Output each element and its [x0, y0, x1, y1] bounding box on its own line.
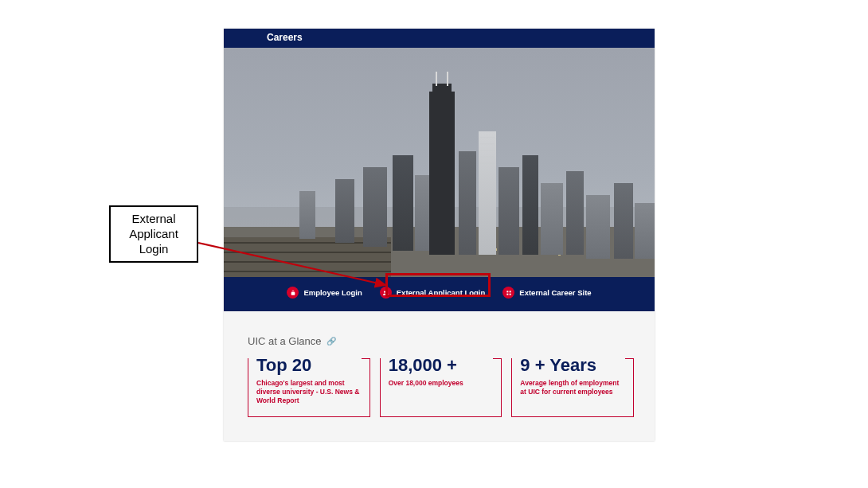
page-title: Careers: [267, 32, 303, 43]
svg-rect-17: [224, 261, 391, 263]
employee-login-label: Employee Login: [303, 288, 362, 297]
svg-rect-16: [224, 252, 391, 253]
svg-rect-22: [393, 155, 413, 251]
svg-point-45: [384, 291, 385, 292]
svg-rect-20: [335, 179, 354, 243]
svg-rect-43: [480, 175, 495, 176]
stat-desc: Chicago's largest and most diverse unive…: [256, 379, 362, 405]
svg-rect-34: [586, 195, 610, 259]
external-applicant-login-button[interactable]: External Applicant Login: [378, 285, 487, 300]
svg-rect-23: [415, 175, 429, 251]
external-career-site-label: External Career Site: [519, 288, 591, 297]
stat-desc: Average length of employment at UIC for …: [520, 379, 625, 396]
svg-rect-26: [436, 72, 437, 86]
grid-icon: [502, 287, 514, 299]
hero-skyline-image: [224, 48, 655, 277]
callout-line2: Applicant: [115, 227, 192, 242]
stat-headline: 9 + Years: [520, 357, 625, 374]
svg-rect-47: [506, 291, 508, 292]
annotation-callout: External Applicant Login: [109, 205, 198, 263]
content-area: UIC at a Glance 🔗 Top 20 Chicago's large…: [224, 311, 655, 441]
link-icon: 🔗: [326, 337, 336, 346]
users-icon: [380, 287, 392, 299]
glance-heading-text: UIC at a Glance: [248, 335, 322, 347]
login-nav-bar: Employee Login External Applicant Login …: [224, 277, 655, 311]
svg-rect-36: [635, 203, 655, 259]
svg-point-46: [386, 291, 388, 293]
svg-rect-49: [506, 293, 508, 295]
svg-rect-42: [480, 169, 495, 170]
svg-rect-24: [429, 92, 455, 255]
stat-desc: Over 18,000 employees: [389, 379, 494, 388]
svg-rect-25: [432, 84, 452, 93]
stat-headline: 18,000 +: [389, 357, 494, 374]
svg-rect-30: [499, 167, 519, 255]
top-bar: Careers: [224, 29, 655, 48]
stat-card: 9 + Years Average length of employment a…: [511, 358, 634, 417]
svg-rect-41: [480, 162, 495, 163]
svg-rect-19: [299, 191, 315, 239]
svg-rect-50: [509, 293, 510, 295]
svg-rect-18: [224, 271, 391, 272]
svg-rect-28: [459, 151, 476, 255]
lock-icon: [287, 287, 299, 299]
svg-rect-44: [480, 182, 495, 182]
callout-line3: Login: [115, 242, 192, 257]
glance-heading: UIC at a Glance 🔗: [248, 335, 634, 347]
employee-login-button[interactable]: Employee Login: [285, 285, 363, 300]
svg-rect-33: [566, 171, 584, 255]
stat-card: Top 20 Chicago's largest and most divers…: [248, 358, 370, 417]
svg-rect-21: [363, 167, 387, 247]
svg-rect-38: [480, 143, 495, 144]
svg-rect-48: [509, 291, 510, 292]
svg-rect-40: [480, 156, 495, 157]
svg-rect-32: [541, 183, 563, 255]
svg-rect-37: [480, 137, 495, 138]
external-applicant-login-label: External Applicant Login: [397, 288, 486, 297]
stat-row: Top 20 Chicago's largest and most divers…: [248, 358, 634, 417]
callout-line1: External: [115, 212, 192, 227]
svg-rect-27: [447, 72, 448, 86]
careers-page-frame: Careers: [224, 29, 655, 441]
external-career-site-button[interactable]: External Career Site: [501, 285, 592, 300]
svg-rect-35: [614, 183, 633, 259]
stat-card: 18,000 + Over 18,000 employees: [380, 358, 502, 417]
svg-rect-31: [522, 155, 538, 255]
stat-headline: Top 20: [256, 357, 362, 374]
svg-rect-39: [480, 150, 495, 150]
